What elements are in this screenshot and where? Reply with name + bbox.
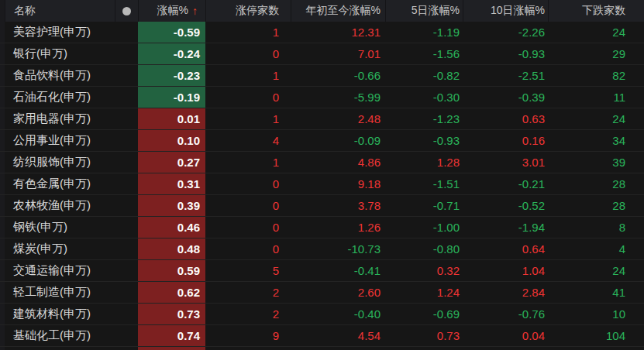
- sector-name-value: 钢铁(申万): [13, 220, 67, 235]
- table-row[interactable]: 建筑材料(申万)0.732-0.40-0.69-0.7610: [0, 304, 644, 325]
- ytd-change-cell: 1.26: [291, 217, 385, 238]
- change-cell[interactable]: 0.39: [138, 195, 205, 216]
- table-row[interactable]: 纺织服饰(申万)0.2714.861.283.0139: [0, 152, 644, 173]
- table-row[interactable]: 公用事业(申万)0.104-0.09-0.930.1634: [0, 130, 644, 152]
- sector-name[interactable]: 基础化工(申万): [5, 325, 115, 346]
- change-cell[interactable]: -0.19: [138, 87, 205, 108]
- change-cell[interactable]: -0.24: [138, 43, 205, 64]
- table-row[interactable]: 银行(申万)-0.2407.01-1.56-0.9329: [0, 43, 644, 65]
- column-header-ytd[interactable]: 年初至今涨幅%: [291, 0, 385, 22]
- decliner-count-cell-value: 11: [613, 91, 625, 104]
- sector-name-value: 轻工制造(申万): [13, 285, 91, 300]
- change-5d-cell-value: -1.00: [433, 221, 460, 234]
- limit-up-count-cell-value: 1: [273, 112, 279, 125]
- change-10d-cell-value: 0.63: [522, 112, 545, 125]
- change-10d-cell: 0.63: [463, 108, 548, 129]
- change-cell[interactable]: -0.59: [138, 22, 205, 43]
- limit-up-count-cell: 1: [205, 22, 291, 43]
- change-cell[interactable]: 0.48: [138, 238, 205, 259]
- decliner-count-cell: 24: [548, 108, 644, 129]
- change-10d-cell-value: 2.84: [522, 286, 545, 299]
- column-header-decliners[interactable]: 下跌家数: [548, 0, 644, 22]
- change-5d-cell-value: -0.30: [433, 91, 460, 104]
- decliner-count-cell: 41: [548, 282, 644, 303]
- column-header-10d[interactable]: 10日涨幅%: [463, 0, 548, 22]
- limit-up-count-cell: 5: [205, 260, 291, 281]
- sector-name[interactable]: 食品饮料(申万): [5, 65, 115, 86]
- change-5d-cell-value: -1.56: [433, 47, 460, 60]
- sector-name[interactable]: 公用事业(申万): [5, 130, 115, 151]
- column-header-change[interactable]: 涨幅% ↑: [138, 0, 205, 22]
- table-row[interactable]: 有色金属(申万)0.3109.18-1.51-0.2128: [0, 173, 644, 195]
- sector-name-value: 建筑材料(申万): [13, 307, 91, 321]
- column-header-limit-up[interactable]: 涨停家数: [205, 0, 291, 22]
- ytd-change-cell-value: 4.86: [358, 156, 381, 169]
- sector-name[interactable]: 交通运输(申万): [5, 260, 115, 281]
- sector-name[interactable]: 有色金属(申万): [5, 173, 115, 194]
- table-row[interactable]: 轻工制造(申万)0.6222.601.242.8441: [0, 282, 644, 304]
- change-10d-cell: 0.64: [463, 238, 548, 259]
- table-row[interactable]: 美容护理(申万)-0.59112.31-1.19-2.2624: [0, 22, 644, 43]
- change-cell[interactable]: 0.62: [138, 282, 205, 303]
- change-10d-cell: 0.16: [463, 130, 548, 151]
- sector-name-value: 食品饮料(申万): [13, 68, 91, 83]
- decliner-count-cell-value: 28: [612, 199, 625, 212]
- change-cell[interactable]: -0.23: [138, 65, 205, 86]
- change-cell[interactable]: 0.31: [138, 173, 205, 194]
- dot-cell: [115, 152, 138, 173]
- column-header-dot[interactable]: [115, 0, 138, 22]
- ytd-change-cell-value: -10.73: [347, 242, 381, 256]
- column-header-name[interactable]: 名称: [5, 0, 115, 22]
- change-cell[interactable]: 0.27: [138, 152, 205, 173]
- change-cell[interactable]: 0.46: [138, 217, 205, 238]
- change-10d-cell: 0.04: [463, 325, 548, 346]
- sector-name[interactable]: 纺织服饰(申万): [5, 152, 115, 173]
- dot-cell: [115, 260, 138, 281]
- change-10d-cell-value: -0.21: [518, 177, 545, 190]
- change-5d-cell: 1.28: [385, 152, 463, 173]
- dot-cell: [115, 238, 138, 259]
- change-5d-cell-value: -0.80: [433, 242, 460, 256]
- sector-name[interactable]: 煤炭(申万): [5, 238, 115, 259]
- sector-name[interactable]: 银行(申万): [5, 43, 115, 64]
- change-5d-cell-value: -1.19: [433, 26, 460, 39]
- table-row[interactable]: 钢铁(申万)0.4601.26-1.00-1.948: [0, 217, 644, 238]
- sector-name[interactable]: 家用电器(申万): [5, 108, 115, 129]
- change-cell-value: -0.59: [174, 26, 200, 39]
- dot-cell: [115, 195, 138, 216]
- change-10d-cell: -2.51: [463, 65, 548, 86]
- change-cell[interactable]: 0.01: [138, 108, 205, 129]
- column-header-5d-label: 5日涨幅%: [412, 4, 460, 18]
- table-row[interactable]: 家用电器(申万)0.0112.48-1.230.6324: [0, 108, 644, 130]
- change-5d-cell: 0.73: [385, 325, 463, 346]
- sector-name[interactable]: 钢铁(申万): [5, 217, 115, 238]
- decliner-count-cell-value: 34: [612, 134, 625, 147]
- change-cell-value: 0.46: [177, 221, 200, 234]
- sector-name[interactable]: 轻工制造(申万): [5, 282, 115, 303]
- limit-up-count-cell: 1: [205, 108, 291, 129]
- change-cell-value: 0.01: [177, 112, 200, 125]
- change-5d-cell-value: 0.32: [437, 264, 460, 277]
- sector-name[interactable]: 石油石化(申万): [5, 87, 115, 108]
- table-row[interactable]: 食品饮料(申万)-0.231-0.66-0.82-2.5182: [0, 65, 644, 87]
- change-5d-cell: -1.51: [385, 173, 463, 194]
- table-row[interactable]: 煤炭(申万)0.480-10.73-0.800.644: [0, 238, 644, 260]
- sector-name[interactable]: 美容护理(申万): [5, 22, 115, 43]
- dot-cell: [115, 87, 138, 108]
- change-cell[interactable]: 0.73: [138, 304, 205, 324]
- column-header-5d[interactable]: 5日涨幅%: [385, 0, 463, 22]
- decliner-count-cell: 8: [548, 217, 644, 238]
- change-cell[interactable]: 0.10: [138, 130, 205, 151]
- table-row[interactable]: 基础化工(申万)0.7494.540.730.04104: [0, 325, 644, 347]
- decliner-count-cell-value: 82: [612, 69, 625, 82]
- sector-name[interactable]: 农林牧渔(申万): [5, 195, 115, 216]
- table-row[interactable]: 交通运输(申万)0.595-0.410.321.0424: [0, 260, 644, 282]
- change-5d-cell: 1.24: [385, 282, 463, 303]
- change-cell[interactable]: 0.59: [138, 260, 205, 281]
- table-row-partial[interactable]: [0, 347, 644, 350]
- table-row[interactable]: 农林牧渔(申万)0.3903.78-0.71-0.5228: [0, 195, 644, 217]
- change-cell[interactable]: 0.74: [138, 325, 205, 346]
- table-row[interactable]: 石油石化(申万)-0.190-5.99-0.30-0.3911: [0, 87, 644, 108]
- sector-name[interactable]: 建筑材料(申万): [5, 304, 115, 324]
- change-10d-cell-value: -0.93: [518, 47, 545, 60]
